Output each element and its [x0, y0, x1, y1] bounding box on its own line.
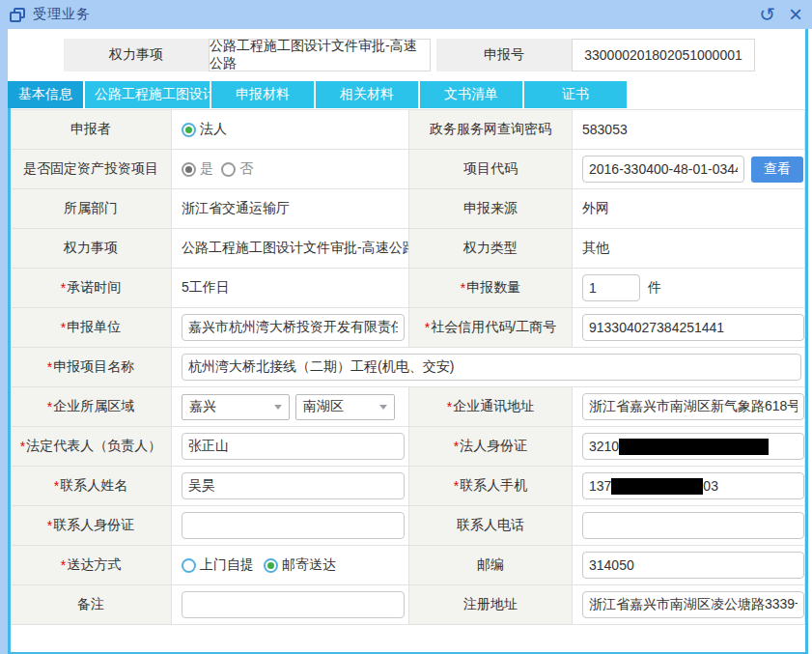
declare-unit-input[interactable] [182, 314, 405, 341]
label-power-item: 权力事项 [11, 229, 172, 269]
value-department: 浙江省交通运输厅 [172, 189, 409, 229]
radio-mail-delivery[interactable] [264, 558, 278, 573]
accept-business-window: 受理业务 ↺ × 权力事项 公路工程施工图设计文件审批-高速公路 申报号 330… [0, 0, 812, 654]
label-gov-service-password: 政务服务网查询密码 [409, 110, 573, 150]
contact-name-input[interactable] [182, 472, 405, 499]
tab-bar: 基本信息 公路工程施工图设计 申报材料 相关材料 文书清单 证书 [8, 81, 629, 108]
radio-pickup-label: 上门自提 [200, 556, 254, 574]
label-legal-representative: *法定代表人（负责人） [11, 427, 172, 467]
redaction-block [611, 478, 703, 495]
required-mark: * [47, 518, 52, 533]
value-fixed-asset-project: 是 否 [172, 150, 409, 189]
radio-fixed-asset-yes [182, 162, 196, 177]
credit-code-input[interactable] [582, 314, 804, 341]
required-mark: * [47, 359, 52, 375]
tab-highway-construction-drawing[interactable]: 公路工程施工图设计 [85, 81, 210, 108]
label-declarant: 申报者 [11, 110, 172, 150]
window-title: 受理业务 [33, 6, 91, 23]
tab-related-materials[interactable]: 相关材料 [316, 81, 418, 108]
value-declare-quantity: 件 [573, 269, 805, 308]
postcode-input[interactable] [582, 552, 804, 579]
value-declare-source: 外网 [573, 189, 805, 229]
window-icon [10, 8, 25, 22]
value-enterprise-address [573, 387, 805, 427]
value-gov-service-password: 583053 [573, 110, 805, 150]
label-credit-code: *社会信用代码/工商号 [409, 308, 573, 348]
remark-input[interactable] [182, 591, 405, 618]
city-select[interactable]: 嘉兴 [182, 394, 290, 420]
value-registered-address [573, 585, 805, 625]
view-button[interactable]: 查看 [751, 156, 803, 183]
label-fixed-asset-project: 是否固定资产投资项目 [11, 150, 172, 189]
value-delivery-method: 上门自提 邮寄送达 [172, 546, 409, 585]
label-declare-unit: *申报单位 [11, 308, 172, 348]
required-mark: * [61, 557, 66, 573]
value-contact-name [172, 467, 409, 506]
value-credit-code [573, 308, 805, 348]
label-enterprise-region: *企业所属区域 [11, 387, 172, 427]
panel-border-right [805, 29, 808, 654]
basic-info-form: 申报者 法人 政务服务网查询密码 583053 是否固定资产投资项目 是 否 项… [11, 109, 805, 625]
tab-document-list[interactable]: 文书清单 [420, 81, 522, 108]
contact-mobile-suffix: 03 [703, 478, 718, 494]
refresh-icon[interactable]: ↺ [759, 5, 775, 24]
quantity-input[interactable] [582, 274, 640, 301]
contact-mobile-input[interactable]: 13703 [582, 472, 804, 499]
contact-id-input[interactable] [182, 512, 405, 539]
city-select-value: 嘉兴 [189, 398, 216, 415]
label-contact-tel: 联系人电话 [409, 506, 573, 546]
label-contact-mobile: *联系人手机 [409, 467, 573, 506]
project-name-input[interactable] [182, 354, 801, 381]
value-contact-mobile: 13703 [573, 467, 805, 506]
label-declare-source: 申报来源 [409, 189, 573, 229]
radio-legal-person[interactable] [182, 123, 196, 137]
power-item-header-value: 公路工程施工图设计文件审批-高速公路 [209, 39, 431, 71]
radio-legal-person-label: 法人 [200, 121, 227, 138]
label-postcode: 邮编 [409, 546, 573, 585]
radio-pickup[interactable] [182, 558, 196, 573]
label-declare-quantity: *申报数量 [409, 269, 573, 308]
tab-declare-materials[interactable]: 申报材料 [211, 81, 314, 108]
project-code-input[interactable] [582, 156, 744, 183]
required-mark: * [447, 399, 452, 414]
tab-basic-info[interactable]: 基本信息 [8, 81, 83, 108]
redaction-block [619, 439, 769, 455]
radio-fixed-asset-no-label: 否 [239, 160, 253, 178]
declare-no-header-label: 申报号 [436, 39, 572, 71]
required-mark: * [425, 320, 430, 335]
declare-no-header-value: 330000201802051000001 [572, 39, 755, 71]
close-icon[interactable]: × [789, 5, 802, 24]
label-project-code: 项目代码 [409, 150, 573, 189]
label-legal-id: *法人身份证 [409, 427, 573, 467]
value-power-item: 公路工程施工图设计文件审批-高速公路 [172, 229, 409, 269]
contact-tel-input[interactable] [582, 512, 804, 539]
chevron-down-icon [274, 405, 282, 410]
district-select[interactable]: 南湖区 [295, 394, 395, 420]
legal-representative-input[interactable] [182, 433, 405, 460]
value-remark [172, 585, 409, 625]
tab-certificate[interactable]: 证书 [524, 81, 627, 108]
left-strip [0, 29, 8, 654]
label-project-name: *申报项目名称 [11, 348, 172, 387]
value-postcode [573, 546, 805, 585]
required-mark: * [47, 399, 52, 414]
district-select-value: 南湖区 [303, 398, 344, 415]
value-legal-id: 3210 [573, 427, 805, 467]
required-mark: * [61, 320, 66, 335]
value-legal-representative [172, 427, 409, 467]
label-contact-id: *联系人身份证 [11, 506, 172, 546]
value-project-name [172, 348, 805, 387]
value-declare-unit [172, 308, 409, 348]
value-promise-time: 5工作日 [172, 269, 409, 308]
value-declarant: 法人 [172, 110, 409, 150]
radio-fixed-asset-yes-label: 是 [200, 160, 213, 178]
required-mark: * [20, 439, 25, 454]
header-strip: 权力事项 公路工程施工图设计文件审批-高速公路 申报号 330000201802… [64, 39, 755, 71]
label-department: 所属部门 [11, 189, 172, 229]
legal-id-input[interactable]: 3210 [582, 433, 804, 460]
value-contact-id [172, 506, 409, 546]
enterprise-address-input[interactable] [582, 393, 804, 420]
label-enterprise-address: *企业通讯地址 [409, 387, 573, 427]
required-mark: * [54, 478, 59, 494]
registered-address-input[interactable] [582, 591, 804, 618]
